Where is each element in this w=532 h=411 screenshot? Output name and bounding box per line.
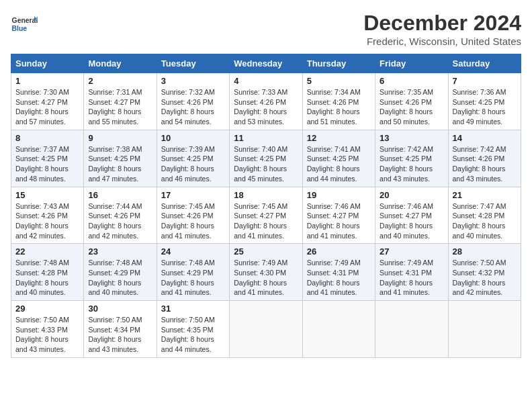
- day-number: 17: [161, 190, 225, 200]
- calendar-cell: 11Sunrise: 7:40 AMSunset: 4:25 PMDayligh…: [230, 130, 302, 187]
- day-number: 16: [88, 190, 152, 200]
- day-number: 9: [88, 133, 152, 143]
- day-number: 14: [453, 133, 517, 143]
- col-header-thursday: Thursday: [302, 54, 375, 73]
- day-number: 5: [307, 76, 371, 86]
- calendar-cell: 1Sunrise: 7:30 AMSunset: 4:27 PMDaylight…: [11, 73, 84, 130]
- cell-info: Sunrise: 7:46 AMSunset: 4:27 PMDaylight:…: [307, 202, 361, 240]
- location: Frederic, Wisconsin, United States: [363, 36, 521, 47]
- col-header-tuesday: Tuesday: [157, 54, 229, 73]
- calendar-cell: 13Sunrise: 7:42 AMSunset: 4:25 PMDayligh…: [375, 130, 448, 187]
- week-row-4: 22Sunrise: 7:48 AMSunset: 4:28 PMDayligh…: [11, 244, 521, 301]
- day-number: 15: [15, 190, 79, 200]
- cell-info: Sunrise: 7:37 AMSunset: 4:25 PMDaylight:…: [15, 145, 69, 183]
- cell-info: Sunrise: 7:33 AMSunset: 4:26 PMDaylight:…: [234, 88, 287, 126]
- cell-info: Sunrise: 7:50 AMSunset: 4:35 PMDaylight:…: [161, 316, 215, 353]
- cell-info: Sunrise: 7:49 AMSunset: 4:31 PMDaylight:…: [380, 259, 433, 296]
- week-row-3: 15Sunrise: 7:43 AMSunset: 4:26 PMDayligh…: [11, 187, 521, 244]
- cell-info: Sunrise: 7:32 AMSunset: 4:26 PMDaylight:…: [161, 88, 215, 126]
- day-number: 29: [15, 304, 79, 314]
- calendar-cell: [302, 301, 375, 358]
- week-row-5: 29Sunrise: 7:50 AMSunset: 4:33 PMDayligh…: [11, 301, 521, 358]
- col-header-saturday: Saturday: [448, 54, 521, 73]
- day-number: 28: [453, 246, 517, 257]
- calendar-cell: 23Sunrise: 7:48 AMSunset: 4:29 PMDayligh…: [84, 244, 157, 301]
- calendar-cell: 15Sunrise: 7:43 AMSunset: 4:26 PMDayligh…: [11, 187, 84, 244]
- calendar-cell: 24Sunrise: 7:48 AMSunset: 4:29 PMDayligh…: [157, 244, 229, 301]
- day-number: 25: [234, 246, 298, 257]
- col-header-sunday: Sunday: [11, 54, 84, 73]
- calendar-cell: 4Sunrise: 7:33 AMSunset: 4:26 PMDaylight…: [230, 73, 302, 130]
- day-number: 7: [453, 76, 517, 86]
- calendar-cell: 16Sunrise: 7:44 AMSunset: 4:26 PMDayligh…: [84, 187, 157, 244]
- col-header-wednesday: Wednesday: [230, 54, 302, 73]
- cell-info: Sunrise: 7:48 AMSunset: 4:28 PMDaylight:…: [15, 259, 69, 296]
- calendar-cell: 17Sunrise: 7:45 AMSunset: 4:26 PMDayligh…: [157, 187, 229, 244]
- cell-info: Sunrise: 7:47 AMSunset: 4:28 PMDaylight:…: [453, 202, 506, 240]
- cell-info: Sunrise: 7:50 AMSunset: 4:32 PMDaylight:…: [453, 259, 506, 296]
- calendar-cell: 19Sunrise: 7:46 AMSunset: 4:27 PMDayligh…: [302, 187, 375, 244]
- title-area: December 2024 Frederic, Wisconsin, Unite…: [363, 11, 521, 47]
- day-number: 31: [161, 304, 225, 314]
- cell-info: Sunrise: 7:48 AMSunset: 4:29 PMDaylight:…: [161, 259, 215, 296]
- cell-info: Sunrise: 7:42 AMSunset: 4:25 PMDaylight:…: [380, 145, 433, 183]
- cell-info: Sunrise: 7:48 AMSunset: 4:29 PMDaylight:…: [88, 259, 142, 296]
- cell-info: Sunrise: 7:40 AMSunset: 4:25 PMDaylight:…: [234, 145, 287, 183]
- cell-info: Sunrise: 7:45 AMSunset: 4:26 PMDaylight:…: [161, 202, 215, 240]
- calendar-cell: [230, 301, 302, 358]
- page-header: General Blue December 2024 Frederic, Wis…: [11, 11, 521, 47]
- cell-info: Sunrise: 7:45 AMSunset: 4:27 PMDaylight:…: [234, 202, 287, 240]
- cell-info: Sunrise: 7:35 AMSunset: 4:26 PMDaylight:…: [380, 88, 433, 126]
- day-number: 2: [88, 76, 152, 86]
- calendar-cell: 2Sunrise: 7:31 AMSunset: 4:27 PMDaylight…: [84, 73, 157, 130]
- calendar-cell: 30Sunrise: 7:50 AMSunset: 4:34 PMDayligh…: [84, 301, 157, 358]
- cell-info: Sunrise: 7:49 AMSunset: 4:31 PMDaylight:…: [307, 259, 361, 296]
- svg-text:Blue: Blue: [12, 25, 28, 32]
- cell-info: Sunrise: 7:39 AMSunset: 4:25 PMDaylight:…: [161, 145, 215, 183]
- calendar-cell: 12Sunrise: 7:41 AMSunset: 4:25 PMDayligh…: [302, 130, 375, 187]
- day-number: 11: [234, 133, 298, 143]
- calendar-cell: 29Sunrise: 7:50 AMSunset: 4:33 PMDayligh…: [11, 301, 84, 358]
- day-number: 27: [380, 246, 443, 257]
- calendar-cell: 21Sunrise: 7:47 AMSunset: 4:28 PMDayligh…: [448, 187, 521, 244]
- day-number: 23: [88, 246, 152, 257]
- week-row-1: 1Sunrise: 7:30 AMSunset: 4:27 PMDaylight…: [11, 73, 521, 130]
- cell-info: Sunrise: 7:49 AMSunset: 4:30 PMDaylight:…: [234, 259, 287, 296]
- day-number: 26: [307, 246, 371, 257]
- cell-info: Sunrise: 7:36 AMSunset: 4:25 PMDaylight:…: [453, 88, 506, 126]
- cell-info: Sunrise: 7:46 AMSunset: 4:27 PMDaylight:…: [380, 202, 433, 240]
- calendar-cell: 10Sunrise: 7:39 AMSunset: 4:25 PMDayligh…: [157, 130, 229, 187]
- cell-info: Sunrise: 7:44 AMSunset: 4:26 PMDaylight:…: [88, 202, 142, 240]
- cell-info: Sunrise: 7:42 AMSunset: 4:26 PMDaylight:…: [453, 145, 506, 183]
- month-title: December 2024: [363, 11, 521, 36]
- cell-info: Sunrise: 7:41 AMSunset: 4:25 PMDaylight:…: [307, 145, 361, 183]
- header-row: SundayMondayTuesdayWednesdayThursdayFrid…: [11, 54, 521, 73]
- calendar-cell: 7Sunrise: 7:36 AMSunset: 4:25 PMDaylight…: [448, 73, 521, 130]
- cell-info: Sunrise: 7:50 AMSunset: 4:33 PMDaylight:…: [15, 316, 69, 353]
- calendar-cell: 6Sunrise: 7:35 AMSunset: 4:26 PMDaylight…: [375, 73, 448, 130]
- day-number: 3: [161, 76, 225, 86]
- day-number: 1: [15, 76, 79, 86]
- calendar-cell: 3Sunrise: 7:32 AMSunset: 4:26 PMDaylight…: [157, 73, 229, 130]
- day-number: 22: [15, 246, 79, 257]
- calendar-cell: 25Sunrise: 7:49 AMSunset: 4:30 PMDayligh…: [230, 244, 302, 301]
- col-header-monday: Monday: [84, 54, 157, 73]
- calendar-cell: 5Sunrise: 7:34 AMSunset: 4:26 PMDaylight…: [302, 73, 375, 130]
- day-number: 24: [161, 246, 225, 257]
- calendar-table: SundayMondayTuesdayWednesdayThursdayFrid…: [11, 54, 521, 358]
- calendar-cell: 8Sunrise: 7:37 AMSunset: 4:25 PMDaylight…: [11, 130, 84, 187]
- cell-info: Sunrise: 7:43 AMSunset: 4:26 PMDaylight:…: [15, 202, 69, 240]
- calendar-cell: 18Sunrise: 7:45 AMSunset: 4:27 PMDayligh…: [230, 187, 302, 244]
- cell-info: Sunrise: 7:34 AMSunset: 4:26 PMDaylight:…: [307, 88, 361, 126]
- col-header-friday: Friday: [375, 54, 448, 73]
- day-number: 8: [15, 133, 79, 143]
- day-number: 21: [453, 190, 517, 200]
- cell-info: Sunrise: 7:31 AMSunset: 4:27 PMDaylight:…: [88, 88, 142, 126]
- week-row-2: 8Sunrise: 7:37 AMSunset: 4:25 PMDaylight…: [11, 130, 521, 187]
- day-number: 12: [307, 133, 371, 143]
- day-number: 10: [161, 133, 225, 143]
- calendar-cell: 26Sunrise: 7:49 AMSunset: 4:31 PMDayligh…: [302, 244, 375, 301]
- calendar-cell: 14Sunrise: 7:42 AMSunset: 4:26 PMDayligh…: [448, 130, 521, 187]
- calendar-cell: 31Sunrise: 7:50 AMSunset: 4:35 PMDayligh…: [157, 301, 229, 358]
- calendar-cell: [448, 301, 521, 358]
